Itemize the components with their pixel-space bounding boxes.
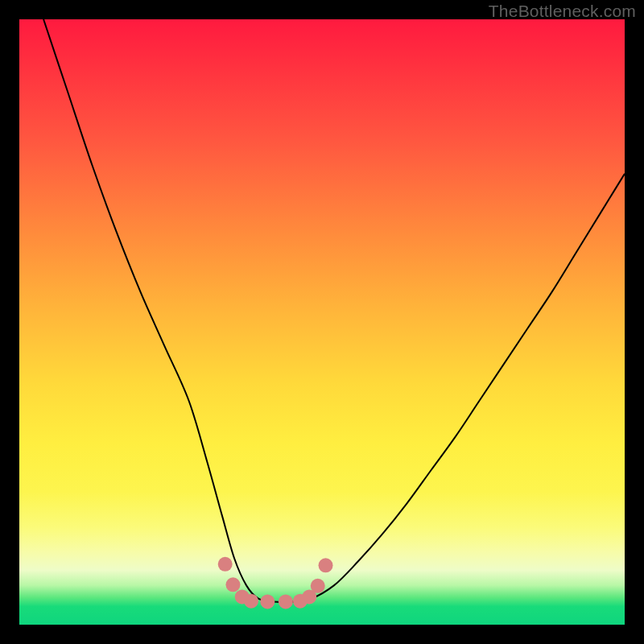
trough-marker: [279, 594, 293, 609]
watermark-text: TheBottleneck.com: [489, 2, 636, 21]
trough-marker: [225, 577, 240, 592]
trough-marker: [244, 594, 258, 609]
plot-area: [19, 19, 625, 625]
trough-marker: [311, 579, 325, 593]
trough-marker: [218, 557, 233, 572]
chart-frame: TheBottleneck.com: [0, 0, 644, 644]
trough-marker: [319, 558, 333, 572]
trough-marker: [260, 594, 275, 609]
bottleneck-curve: [43, 19, 625, 602]
chart-svg: [19, 19, 625, 625]
